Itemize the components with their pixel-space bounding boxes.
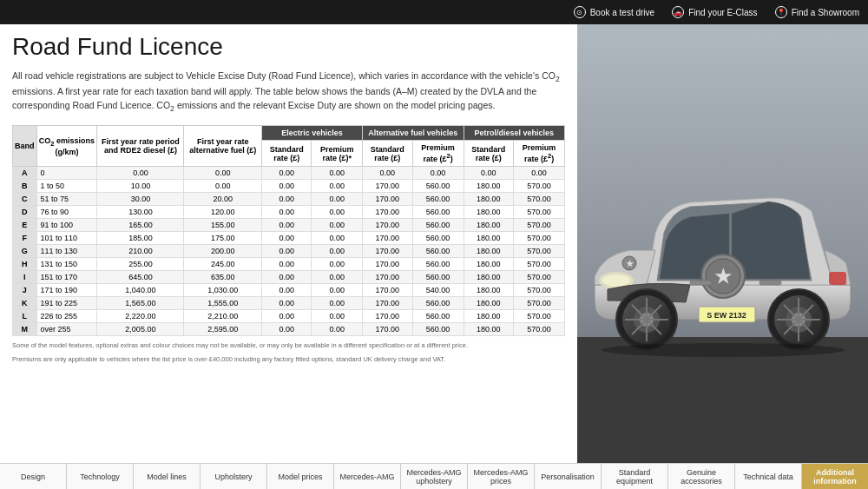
band-cell: K [13, 297, 37, 310]
afv-std-cell: 170.00 [363, 297, 413, 310]
ev-prem-cell: 0.00 [312, 284, 363, 297]
ev-prem-cell: 0.00 [312, 310, 363, 323]
afv-prem-cell: 560.00 [412, 232, 464, 245]
find-showroom-nav[interactable]: 📍 Find a Showroom [775, 6, 859, 18]
footnote-1: Some of the model features, optional ext… [12, 341, 565, 350]
pd-prem-cell: 570.00 [514, 323, 565, 336]
pd-prem-cell: 570.00 [514, 193, 565, 206]
svg-text:S EW 2132: S EW 2132 [707, 311, 746, 320]
fy-period-cell: 130.00 [97, 206, 184, 219]
footer-item-technology[interactable]: Technology [67, 464, 134, 489]
co2-cell: 76 to 90 [36, 206, 97, 219]
footer-item-mercedes-amg[interactable]: Mercedes-AMG [334, 464, 401, 489]
band-cell: F [13, 232, 37, 245]
pd-std-cell: 180.00 [464, 310, 514, 323]
table-row: B 1 to 50 10.00 0.00 0.00 0.00 170.00 56… [13, 180, 565, 193]
ev-prem-cell: 0.00 [312, 323, 363, 336]
band-cell: L [13, 310, 37, 323]
footer-item-model-prices[interactable]: Model prices [267, 464, 334, 489]
ev-prem-cell: 0.00 [312, 167, 363, 180]
pd-prem-cell: 570.00 [514, 219, 565, 232]
afv-prem-cell: 560.00 [412, 193, 464, 206]
svg-text:★: ★ [626, 259, 635, 268]
pd-std-cell: 180.00 [464, 323, 514, 336]
band-cell: J [13, 284, 37, 297]
pd-prem-cell: 570.00 [514, 232, 565, 245]
page-title: Road Fund Licence [12, 33, 565, 61]
footer-item-design[interactable]: Design [0, 464, 67, 489]
afv-std-cell: 170.00 [363, 219, 413, 232]
afv-std-header: Standard rate (£) [363, 141, 413, 167]
afv-prem-cell: 560.00 [412, 297, 464, 310]
fy-period-cell: 1,565.00 [97, 297, 184, 310]
afv-std-cell: 170.00 [363, 232, 413, 245]
ev-prem-cell: 0.00 [312, 297, 363, 310]
footer-item-personalisation[interactable]: Personalisation [535, 464, 602, 489]
band-cell: A [13, 167, 37, 180]
pd-std-cell: 180.00 [464, 232, 514, 245]
footer-item-additional-information[interactable]: Additional information [802, 464, 868, 489]
fy-alt-cell: 2,595.00 [184, 323, 261, 336]
ev-prem-cell: 0.00 [312, 219, 363, 232]
co2-header: CO2 emissions (g/km) [36, 126, 97, 167]
footer-item-mercedes-amg-prices[interactable]: Mercedes-AMG prices [468, 464, 535, 489]
afv-prem-cell: 560.00 [412, 245, 464, 258]
band-cell: C [13, 193, 37, 206]
footer-item-upholstery[interactable]: Upholstery [201, 464, 267, 489]
ev-std-cell: 0.00 [261, 193, 312, 206]
afv-prem-cell: 560.00 [412, 219, 464, 232]
afv-std-cell: 170.00 [363, 245, 413, 258]
pd-std-cell: 180.00 [464, 284, 514, 297]
footer-item-mercedes-amg-upholstery[interactable]: Mercedes-AMG upholstery [401, 464, 468, 489]
ev-std-cell: 0.00 [261, 297, 312, 310]
pd-prem-cell: 570.00 [514, 297, 565, 310]
electric-vehicles-header: Electric vehicles [261, 126, 362, 141]
ev-prem-cell: 0.00 [312, 206, 363, 219]
afv-std-cell: 170.00 [363, 310, 413, 323]
band-cell: I [13, 271, 37, 284]
pd-prem-cell: 570.00 [514, 310, 565, 323]
afv-prem-cell: 0.00 [412, 167, 464, 180]
afv-std-cell: 170.00 [363, 206, 413, 219]
band-cell: G [13, 245, 37, 258]
ev-std-cell: 0.00 [261, 180, 312, 193]
footer-item-genuine-accessories[interactable]: Genuine accessories [668, 464, 735, 489]
book-test-drive-nav[interactable]: ⊙ Book a test drive [574, 6, 654, 18]
ev-prem-cell: 0.00 [312, 271, 363, 284]
co2-cell: 111 to 130 [36, 245, 97, 258]
pd-std-cell: 180.00 [464, 219, 514, 232]
afv-prem-cell: 560.00 [412, 180, 464, 193]
footer-item-model-lines[interactable]: Model lines [134, 464, 201, 489]
co2-cell: 226 to 255 [36, 310, 97, 323]
pd-std-cell: 180.00 [464, 245, 514, 258]
svg-rect-4 [829, 272, 846, 285]
ev-prem-cell: 0.00 [312, 193, 363, 206]
main-content-area: Road Fund Licence All road vehicle regis… [0, 24, 868, 463]
petrol-diesel-header: Petrol/diesel vehicles [464, 126, 565, 141]
ev-std-cell: 0.00 [261, 206, 312, 219]
pd-std-cell: 180.00 [464, 297, 514, 310]
fy-alt-cell: 1,030.00 [184, 284, 261, 297]
footer-item-technical-data[interactable]: Technical data [735, 464, 802, 489]
find-eclass-nav[interactable]: 🚗 Find your E-Class [672, 6, 757, 18]
ev-std-cell: 0.00 [261, 219, 312, 232]
svg-text:★: ★ [714, 266, 733, 287]
fy-alt-cell: 245.00 [184, 258, 261, 271]
location-pin-icon: 📍 [775, 6, 787, 18]
co2-cell: over 255 [36, 323, 97, 336]
fy-alt-cell: 0.00 [184, 180, 261, 193]
first-year-period-header: First year rate period and RDE2 diesel (… [97, 126, 184, 167]
ev-std-header: Standard rate (£) [261, 141, 312, 167]
pd-std-cell: 180.00 [464, 206, 514, 219]
table-row: J 171 to 190 1,040.00 1,030.00 0.00 0.00… [13, 284, 565, 297]
ev-std-cell: 0.00 [261, 310, 312, 323]
fy-alt-cell: 155.00 [184, 219, 261, 232]
table-row: K 191 to 225 1,565.00 1,555.00 0.00 0.00… [13, 297, 565, 310]
band-cell: D [13, 206, 37, 219]
footer-item-standard-equipment[interactable]: Standard equipment [602, 464, 668, 489]
band-cell: H [13, 258, 37, 271]
pd-std-cell: 0.00 [464, 167, 514, 180]
svg-point-3 [602, 274, 630, 287]
band-cell: B [13, 180, 37, 193]
ev-prem-cell: 0.00 [312, 258, 363, 271]
